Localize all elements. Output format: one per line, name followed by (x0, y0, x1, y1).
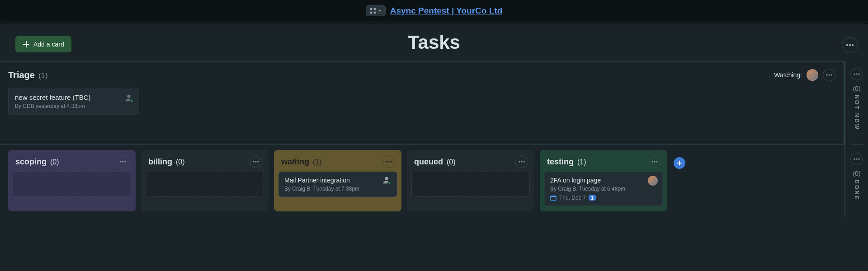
person-plus-icon (382, 175, 392, 185)
column-title: billing (148, 157, 172, 167)
svg-point-12 (120, 161, 121, 162)
card-meta: By Craig B. Tuesday at 6:48pm (550, 186, 657, 192)
svg-rect-30 (551, 196, 556, 197)
column-count: (0) (176, 158, 185, 166)
column-count: (1) (577, 158, 586, 166)
svg-point-18 (386, 161, 387, 162)
ellipsis-icon (854, 73, 860, 75)
board-title-link[interactable]: Async Pentest | YourCo Ltd (390, 6, 502, 16)
dropzone[interactable] (146, 172, 264, 197)
svg-point-10 (127, 95, 130, 98)
svg-point-15 (253, 161, 254, 162)
calendar-icon (550, 195, 557, 201)
triage-card[interactable]: new secret feature (TBC) By CDB yesterda… (8, 88, 139, 115)
person-plus-icon (124, 93, 134, 103)
ellipsis-icon (854, 158, 860, 160)
side-label-done[interactable]: DONE (854, 180, 860, 201)
svg-point-21 (385, 177, 388, 180)
board-title: Tasks (408, 32, 460, 53)
waiting-card[interactable]: Mail Partner integration By Craig B. Tue… (278, 172, 397, 197)
card-title: 2FA on login page (550, 177, 657, 184)
svg-point-28 (656, 161, 657, 162)
column-count: (0) (447, 158, 456, 166)
ellipsis-icon (651, 161, 658, 163)
column-waiting: waiting (1) Mail Partner integration By … (274, 150, 401, 211)
triage-row: Triage (1) Watching: new secret feature … (0, 61, 844, 144)
chevron-down-icon (378, 9, 382, 13)
svg-point-35 (856, 158, 857, 159)
column-billing: billing (0) (141, 150, 269, 211)
plus-icon (676, 160, 683, 166)
svg-point-32 (856, 73, 857, 75)
assign-button[interactable] (381, 175, 392, 186)
svg-point-25 (523, 161, 524, 162)
board-area: Add a card Tasks Triage (1) Watching: (0, 23, 868, 271)
triage-count: (1) (38, 71, 48, 80)
column-menu-button[interactable] (515, 155, 528, 168)
svg-rect-0 (370, 8, 372, 9)
column-testing: testing (1) 2FA on login page By Craig B… (540, 150, 667, 211)
card-badge: 1 (589, 195, 596, 201)
svg-point-34 (854, 158, 855, 159)
assign-button[interactable] (123, 93, 134, 103)
svg-point-19 (388, 161, 389, 162)
board-menu-button[interactable] (842, 37, 858, 53)
dropzone[interactable] (13, 172, 131, 197)
side-count: (0) (853, 85, 860, 92)
column-title: waiting (281, 157, 309, 167)
svg-point-20 (390, 161, 392, 162)
column-menu-button[interactable] (117, 155, 129, 168)
svg-point-36 (858, 158, 859, 159)
svg-point-7 (826, 74, 827, 75)
svg-rect-3 (374, 11, 376, 13)
sidebar-strip: (0) NOT NOW (0) DONE (844, 61, 868, 217)
ellipsis-icon (846, 44, 854, 47)
add-column-button[interactable] (674, 157, 685, 169)
watcher-avatar[interactable] (807, 69, 818, 81)
add-card-button[interactable]: Add a card (15, 36, 71, 52)
column-menu-button[interactable] (250, 155, 262, 168)
svg-point-27 (654, 161, 655, 162)
svg-point-17 (257, 161, 259, 162)
svg-point-16 (255, 161, 256, 162)
column-title: queued (414, 157, 443, 167)
dropzone[interactable] (411, 172, 530, 197)
column-menu-button[interactable] (648, 155, 661, 168)
triage-cell: Triage (1) Watching: new secret feature … (0, 62, 844, 144)
testing-card[interactable]: 2FA on login page By Craig B. Tuesday at… (544, 172, 663, 206)
side-label-not-now[interactable]: NOT NOW (854, 95, 860, 131)
svg-point-9 (830, 74, 832, 75)
workspace-switcher[interactable] (366, 5, 386, 16)
ellipsis-icon (386, 161, 392, 163)
svg-point-6 (852, 44, 854, 46)
svg-point-13 (122, 161, 123, 162)
svg-point-33 (858, 73, 859, 75)
add-card-label: Add a card (33, 41, 64, 48)
ellipsis-icon (519, 161, 525, 163)
svg-rect-2 (370, 11, 372, 13)
svg-point-8 (828, 74, 830, 75)
column-count: (1) (313, 158, 322, 166)
svg-point-26 (651, 161, 653, 162)
svg-point-23 (519, 161, 520, 162)
triage-header: Triage (1) Watching: (8, 67, 835, 83)
top-frame-bar: Async Pentest | YourCo Ltd (0, 0, 868, 22)
card-meta: By CDB yesterday at 4:32pm (15, 103, 132, 109)
card-date: Thu, Dec 7 (559, 195, 586, 201)
column-queued: queued (0) (407, 150, 534, 211)
svg-point-14 (124, 161, 126, 162)
grid-icon (370, 8, 376, 14)
column-count: (0) (50, 158, 59, 166)
side-count: (0) (853, 170, 860, 177)
svg-point-24 (521, 161, 522, 162)
board-header: Add a card Tasks (0, 23, 868, 61)
triage-menu-button[interactable] (823, 69, 835, 81)
column-menu-button[interactable] (382, 155, 395, 168)
assignee-avatar[interactable] (648, 176, 658, 186)
triage-title: Triage (8, 70, 35, 80)
side-menu-button[interactable] (850, 153, 863, 165)
ellipsis-icon (253, 161, 259, 163)
column-title: scoping (15, 157, 47, 167)
columns-row: scoping (0) billing (0) (0, 144, 844, 217)
side-menu-button[interactable] (850, 68, 863, 80)
